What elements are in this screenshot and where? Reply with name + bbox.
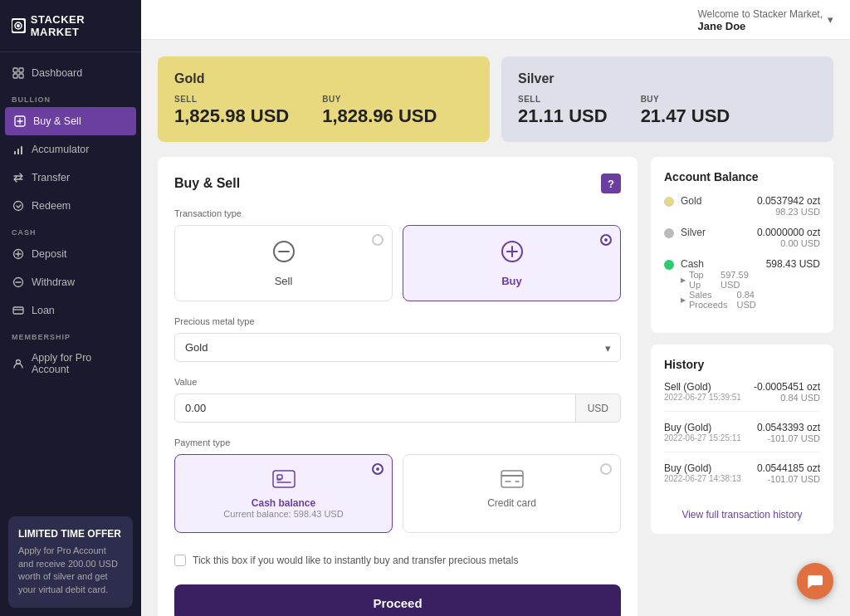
- content-area: Gold SELL 1,825.98 USD BUY 1,828.96 USD …: [141, 40, 850, 616]
- top-up-usd: 597.59 USD: [721, 270, 760, 290]
- gold-sell: SELL 1,825.98 USD: [174, 95, 289, 127]
- loan-label: Loan: [32, 305, 55, 316]
- sidebar-item-dashboard[interactable]: Dashboard: [0, 59, 141, 87]
- sidebar-item-apply-pro[interactable]: Apply for Pro Account: [0, 345, 141, 383]
- sidebar-item-buy-sell[interactable]: Buy & Sell: [5, 107, 136, 135]
- apply-pro-label: Apply for Pro Account: [32, 352, 129, 375]
- cash-option[interactable]: Cash balance Current balance: 598.43 USD: [174, 454, 393, 533]
- credit-radio[interactable]: [600, 463, 612, 475]
- history-amount-1: 0.0543393 ozt: [757, 422, 820, 433]
- history-item-0: Sell (Gold) -0.0005451 ozt 2022-06-27 15…: [664, 381, 820, 412]
- price-cards: Gold SELL 1,825.98 USD BUY 1,828.96 USD …: [158, 56, 833, 142]
- gold-prices: SELL 1,825.98 USD BUY 1,828.96 USD: [174, 95, 473, 127]
- metal-select[interactable]: Gold Silver: [174, 333, 621, 362]
- history-amount-0: -0.0005451 ozt: [754, 381, 820, 393]
- history-title: History: [664, 358, 820, 371]
- gold-balance-info: Gold: [681, 195, 750, 207]
- buy-icon: [500, 239, 525, 270]
- buy-option[interactable]: Buy: [403, 225, 621, 301]
- history-date-row-1: 2022-06-27 15:25:11 -101.07 USD: [664, 433, 820, 443]
- cash-balance-name: Cash: [681, 258, 760, 270]
- deposit-label: Deposit: [32, 248, 66, 260]
- gold-sell-label: SELL: [174, 95, 289, 104]
- sidebar-item-accumulator[interactable]: Accumulator: [0, 135, 141, 164]
- proceed-button[interactable]: Proceed: [174, 584, 621, 616]
- cash-label: Cash balance: [252, 497, 315, 509]
- gold-balance-item: Gold 0.0537942 ozt 98.23 USD: [664, 195, 820, 217]
- gold-balance-amounts: 0.0537942 ozt 98.23 USD: [757, 195, 820, 217]
- svg-rect-10: [21, 146, 22, 154]
- accumulator-icon: [12, 143, 25, 156]
- logo-icon: [12, 18, 26, 33]
- logo: STACKER MARKET: [0, 0, 141, 52]
- logo-text: STACKER MARKET: [31, 13, 129, 38]
- buy-radio[interactable]: [600, 234, 612, 246]
- promo-title: LIMITED TIME OFFER: [18, 528, 123, 540]
- right-panel: Account Balance Gold 0.0537942 ozt 98.23…: [651, 157, 833, 616]
- svg-rect-20: [501, 471, 523, 487]
- account-balance-title: Account Balance: [664, 170, 820, 183]
- chat-button[interactable]: [797, 563, 833, 599]
- transaction-type-label: Transaction type: [174, 208, 621, 218]
- instant-transfer-checkbox[interactable]: [174, 555, 186, 566]
- history-card: History Sell (Gold) -0.0005451 ozt 2022-…: [651, 345, 833, 534]
- cash-icon: [272, 468, 296, 494]
- section-bullion: BULLION: [0, 87, 141, 107]
- payment-options: Cash balance Current balance: 598.43 USD…: [174, 454, 621, 533]
- sidebar-item-redeem[interactable]: Redeem: [0, 192, 141, 220]
- gold-price-card: Gold SELL 1,825.98 USD BUY 1,828.96 USD: [158, 56, 490, 142]
- accumulator-label: Accumulator: [32, 144, 89, 155]
- history-row-0: Sell (Gold) -0.0005451 ozt: [664, 381, 820, 393]
- help-button[interactable]: ?: [601, 174, 621, 193]
- history-item-2: Buy (Gold) 0.0544185 ozt 2022-06-27 14:3…: [664, 462, 820, 492]
- sell-option[interactable]: Sell: [174, 225, 393, 301]
- silver-balance-item: Silver 0.0000000 ozt 0.00 USD: [664, 227, 820, 248]
- value-label: Value: [174, 377, 621, 387]
- top-bar: Welcome to Stacker Market, Jane Doe ▾: [141, 0, 850, 40]
- cash-breakdown: Top Up 597.59 USD Sales Proceeds 0.84 US…: [681, 270, 760, 310]
- sell-label: Sell: [275, 275, 293, 287]
- sidebar-item-loan[interactable]: Loan: [0, 296, 141, 325]
- cash-radio[interactable]: [372, 463, 383, 475]
- silver-buy: BUY 21.47 USD: [641, 95, 730, 127]
- cash-total: 598.43 USD: [766, 258, 820, 270]
- history-item-1: Buy (Gold) 0.0543393 ozt 2022-06-27 15:2…: [664, 422, 820, 452]
- gold-buy-value: 1,828.96 USD: [322, 105, 437, 127]
- sell-radio[interactable]: [372, 234, 383, 246]
- silver-sell: SELL 21.11 USD: [518, 95, 608, 127]
- sidebar-item-withdraw[interactable]: Withdraw: [0, 268, 141, 296]
- sidebar-item-deposit[interactable]: Deposit: [0, 240, 141, 268]
- gold-title: Gold: [174, 71, 473, 86]
- sidebar-item-transfer[interactable]: Transfer: [0, 164, 141, 192]
- value-input[interactable]: [174, 394, 576, 423]
- view-history-link[interactable]: View full transaction history: [664, 502, 820, 521]
- silver-sell-value: 21.11 USD: [518, 105, 608, 127]
- silver-title: Silver: [518, 71, 817, 86]
- user-chevron-icon[interactable]: ▾: [828, 13, 833, 26]
- metal-select-wrapper: Gold Silver ▾: [174, 333, 621, 362]
- promo-box: LIMITED TIME OFFER Apply for Pro Account…: [8, 516, 133, 608]
- history-amount-2: 0.0544185 ozt: [757, 462, 820, 474]
- instant-transfer-label: Tick this box if you would like to insta…: [193, 555, 518, 566]
- credit-label: Credit card: [487, 497, 536, 509]
- deposit-icon: [12, 247, 25, 261]
- history-usd-2: -101.07 USD: [767, 474, 820, 484]
- credit-option[interactable]: Credit card: [403, 454, 621, 533]
- cash-balance-amounts: 598.43 USD: [766, 258, 820, 270]
- top-bar-info: Welcome to Stacker Market, Jane Doe: [698, 7, 823, 32]
- sales-row: Sales Proceeds 0.84 USD: [681, 290, 760, 310]
- instant-transfer-row: Tick this box if you would like to insta…: [174, 548, 621, 573]
- sales-usd: 0.84 USD: [737, 290, 760, 310]
- loan-icon: [12, 304, 25, 317]
- transfer-label: Transfer: [32, 172, 70, 183]
- redeem-icon: [12, 199, 25, 213]
- history-type-1: Buy (Gold): [664, 422, 711, 433]
- svg-point-11: [14, 202, 23, 211]
- svg-rect-18: [273, 471, 295, 487]
- gold-buy-label: BUY: [322, 95, 437, 104]
- history-usd-0: 0.84 USD: [780, 393, 820, 403]
- section-membership: MEMBERSHIP: [0, 325, 141, 345]
- svg-rect-8: [14, 151, 16, 154]
- history-usd-1: -101.07 USD: [767, 433, 820, 443]
- gold-usd: 98.23 USD: [757, 207, 820, 217]
